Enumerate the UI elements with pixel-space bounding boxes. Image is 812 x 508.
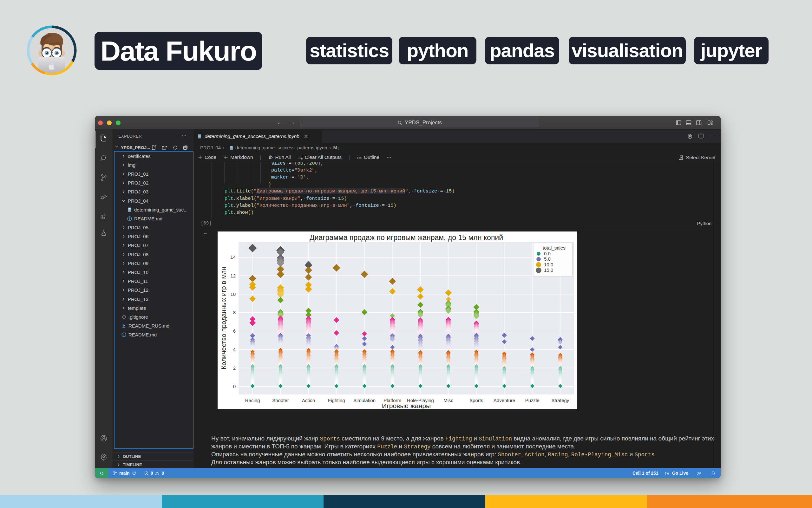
svg-text:Adventure: Adventure xyxy=(493,398,515,403)
svg-text:2: 2 xyxy=(233,365,236,371)
svg-text:14: 14 xyxy=(230,254,236,260)
svg-text:5.0: 5.0 xyxy=(544,256,551,262)
svg-text:Fighting: Fighting xyxy=(328,398,345,403)
svg-text:Simulation: Simulation xyxy=(353,398,375,403)
svg-text:Количество проданных игр в млн: Количество проданных игр в млн xyxy=(220,267,227,370)
svg-text:Shooter: Shooter xyxy=(272,398,289,403)
svg-text:10: 10 xyxy=(230,291,236,297)
svg-text:total_sales: total_sales xyxy=(543,245,566,251)
svg-text:Игровые жанры: Игровые жанры xyxy=(382,402,431,409)
svg-text:15.0: 15.0 xyxy=(544,267,553,273)
svg-text:8: 8 xyxy=(233,310,236,315)
svg-text:Puzzle: Puzzle xyxy=(525,398,539,403)
svg-text:Action: Action xyxy=(302,398,315,403)
svg-text:Racing: Racing xyxy=(245,398,260,403)
svg-text:0: 0 xyxy=(233,384,236,389)
svg-text:12: 12 xyxy=(230,273,236,279)
svg-text:0.0: 0.0 xyxy=(544,251,551,256)
svg-text:Sports: Sports xyxy=(470,398,483,403)
svg-text:Диаграмма продаж по игровым жа: Диаграмма продаж по игровым жанрам, до 1… xyxy=(310,234,503,242)
svg-text:4: 4 xyxy=(233,347,236,352)
svg-text:10.0: 10.0 xyxy=(544,262,553,267)
svg-text:Strategy: Strategy xyxy=(551,398,569,403)
svg-text:6: 6 xyxy=(233,328,236,334)
svg-text:Misc: Misc xyxy=(443,398,453,403)
